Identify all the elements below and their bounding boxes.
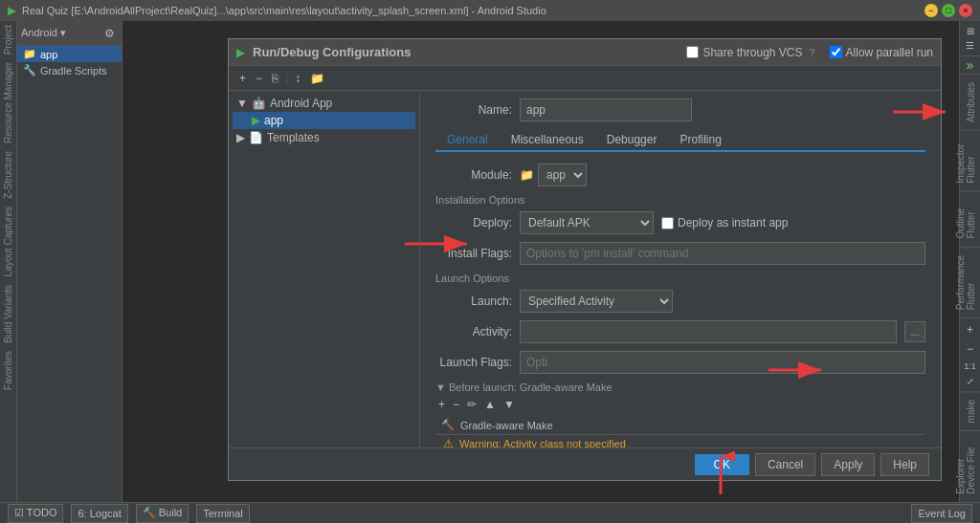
activity-row: Activity: ... [435,320,925,343]
config-tabs: General Miscellaneous Debugger Profiling [435,129,925,152]
ok-button[interactable]: OK [695,454,749,475]
flutter-performance-panel[interactable]: Flutter Performance [960,247,980,317]
build-variants-label[interactable]: Build Variants [1,281,15,347]
launch-flags-label: Launch Flags: [435,356,512,369]
tree-item-gradle[interactable]: 🔧 Gradle Scripts [17,62,122,78]
minimize-button[interactable]: − [924,4,938,17]
logcat-btn[interactable]: 6: Logcat [71,504,127,523]
folder-config-btn[interactable]: 📁 [307,71,327,86]
launch-flags-input[interactable] [520,351,925,374]
config-body: ▼ 🤖 Android App ▶ app ▶ 📄 Templates [229,91,941,447]
apply-button[interactable]: Apply [821,453,875,476]
dialog-footer: OK Cancel Apply Help [229,447,941,480]
resource-manager-label[interactable]: Resource Manager [1,58,15,147]
warning-text: Warning: Activity class not specified [459,438,626,447]
before-launch-remove-btn[interactable]: − [450,397,462,412]
before-launch-edit-btn[interactable]: ✏ [464,397,479,412]
cancel-button[interactable]: Cancel [755,453,815,476]
gear-icon-btn[interactable]: ⚙ [101,26,118,41]
deploy-instant-checkbox[interactable] [661,217,674,229]
before-launch-item: 🔨 Gradle-aware Make [435,416,925,434]
tree-item-label: Gradle Scripts [40,65,107,76]
sort-config-btn[interactable]: ↕ [292,71,303,86]
window-controls: − □ × [924,4,972,17]
run-icon: ▶ [236,46,245,59]
help-button[interactable]: Help [880,453,929,476]
android-dropdown[interactable]: Android ▾ [21,27,66,39]
project-panel-label[interactable]: Project [1,21,15,58]
activity-input[interactable] [520,320,897,343]
event-log-btn[interactable]: Event Log [911,504,972,523]
module-row: Module: 📁 app [435,163,925,186]
launch-label: Launch: [435,294,512,308]
android-app-tree-item[interactable]: ▼ 🤖 Android App [233,95,415,112]
right-expand-btn[interactable]: » [960,56,980,74]
tab-general[interactable]: General [435,129,500,152]
layout-captures-label[interactable]: Layout Captures [1,203,15,280]
before-launch-item-label: Gradle-aware Make [460,420,553,431]
share-controls: Share through VCS ? Allow parallel run [686,46,933,59]
before-launch-add-btn[interactable]: + [435,397,448,412]
run-debug-config-dialog: ▶ Run/Debug Configurations Share through… [228,38,942,481]
tree-item-app[interactable]: 📁 app [17,46,122,62]
terminal-btn[interactable]: Terminal [196,504,250,523]
before-launch-up-btn[interactable]: ▲ [481,397,499,412]
activity-label: Activity: [435,325,512,338]
tab-profiling[interactable]: Profiling [668,129,732,150]
app-icon: ▶ [8,4,16,17]
project-toolbar: Android ▾ ⚙ [17,21,122,46]
grid-view-btn[interactable]: ⊞ [964,25,977,37]
install-flags-label: Install Flags: [435,247,512,260]
attributes-panel[interactable]: Attributes [960,74,980,130]
templates-tree-item[interactable]: ▶ 📄 Templates [233,129,415,146]
close-button[interactable]: × [959,4,972,17]
remove-config-btn[interactable]: − [253,71,265,86]
name-input[interactable] [520,98,692,121]
favorites-label[interactable]: Favorites [1,347,15,394]
tree-item-label: app [40,49,57,60]
expand-arrow: ▼ [435,381,449,393]
list-view-btn[interactable]: ☰ [963,39,977,52]
installation-options-label: Installation Options [435,194,925,206]
deploy-select[interactable]: Default APK [520,211,654,234]
right-side-actions: + − 1:1 ⤢ [960,317,980,391]
flutter-outline-panel[interactable]: Flutter Outline [960,191,980,247]
allow-parallel-checkbox[interactable] [830,46,842,58]
right-toolbar-icons: ⊞ ☰ [960,21,980,56]
share-vcs-label: Share through VCS ? [686,46,817,59]
install-flags-input[interactable] [520,242,925,265]
before-launch-down-btn[interactable]: ▼ [501,397,518,412]
before-launch-header: ▼ Before launch: Gradle-aware Make [435,381,925,393]
make-panel[interactable]: make [960,391,980,430]
plus-btn[interactable]: + [962,322,978,338]
name-label: Name: [435,103,512,117]
build-btn[interactable]: 🔨 Build [136,504,189,523]
dialog-title: Run/Debug Configurations [253,45,411,59]
title-bar: ▶ Real Quiz [E:\AndroidAllProject\RealQu… [0,0,980,21]
maximize-button[interactable]: □ [942,4,955,17]
todo-btn[interactable]: ☑ TODO [8,504,63,523]
tab-miscellaneous[interactable]: Miscellaneous [500,129,595,150]
launch-flags-row: Launch Flags: [435,351,925,374]
add-config-btn[interactable]: + [236,71,249,86]
module-select[interactable]: app [538,163,587,186]
launch-select[interactable]: Specified Activity [520,290,673,313]
share-vcs-checkbox[interactable] [686,46,699,58]
one-one-btn[interactable]: 1:1 [962,360,978,372]
install-flags-row: Install Flags: [435,242,925,265]
title-text: Real Quiz [E:\AndroidAllProject\RealQuiz… [22,5,919,16]
activity-browse-btn[interactable]: ... [904,321,925,342]
z-structure-label[interactable]: Z-Structure [1,147,15,203]
copy-config-btn[interactable]: ⎘ [269,71,281,86]
warning-row: ⚠ Warning: Activity class not specified [435,434,925,447]
templates-label: Templates [267,131,320,144]
flutter-inspector-panel[interactable]: Flutter Inspector [960,130,980,191]
device-file-explorer-panel[interactable]: Device File Explorer [960,430,980,502]
app-tree-item[interactable]: ▶ app [233,112,415,129]
fit-btn[interactable]: ⤢ [962,376,978,387]
share-vcs-help[interactable]: ? [806,46,817,59]
minus-btn[interactable]: − [962,341,978,357]
android-app-label: Android App [270,97,332,110]
deploy-row: Deploy: Default APK Deploy as instant ap… [435,211,925,234]
tab-debugger[interactable]: Debugger [595,129,669,150]
